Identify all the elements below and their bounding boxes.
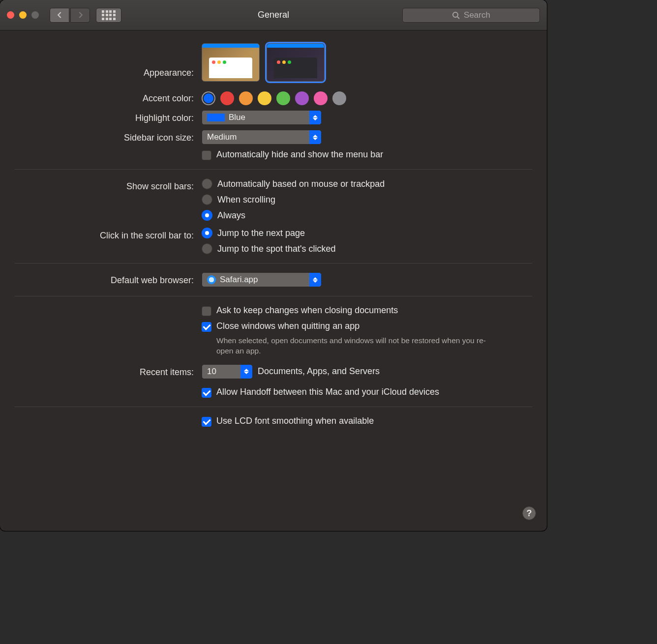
scroll-bars-option-label: Always (217, 210, 245, 221)
accent-swatch-green[interactable] (276, 91, 290, 105)
divider (15, 296, 532, 296)
scroll-bars-group: Automatically based on mouse or trackpad… (202, 178, 532, 221)
forward-button[interactable] (70, 8, 90, 23)
default-browser-value: Safari.app (220, 275, 258, 285)
appearance-light[interactable] (202, 43, 260, 82)
chevron-updown-icon (309, 130, 321, 144)
search-icon (452, 11, 460, 19)
handoff-label: Allow Handoff between this Mac and your … (216, 387, 439, 397)
scroll-bars-option-label: When scrolling (217, 195, 275, 205)
highlight-color-value: Blue (229, 113, 245, 122)
accent-swatch-graphite[interactable] (332, 91, 346, 105)
accent-swatch-purple[interactable] (295, 91, 309, 105)
traffic-lights (7, 11, 39, 19)
sidebar-icon-size-label: Sidebar icon size: (15, 130, 202, 145)
autohide-menubar-checkbox[interactable] (202, 150, 211, 160)
highlight-color-label: Highlight color: (15, 110, 202, 125)
recent-items-select[interactable]: 10 (202, 364, 253, 379)
scroll-bars-radio-0[interactable] (202, 178, 212, 189)
chevron-left-icon (57, 12, 63, 18)
click-scroll-radio-0[interactable] (202, 228, 212, 238)
highlight-color-select[interactable]: Blue (202, 110, 322, 125)
chevron-updown-icon (309, 111, 321, 124)
help-button[interactable]: ? (522, 506, 536, 520)
close-windows-label: Close windows when quitting an app (216, 321, 359, 331)
click-scroll-option-label: Jump to the spot that's clicked (217, 244, 336, 254)
content: Appearance: Accent color: Highl (0, 30, 547, 444)
safari-icon (207, 275, 216, 284)
scroll-bars-radio-1[interactable] (202, 194, 212, 205)
zoom-button[interactable] (31, 11, 39, 19)
ask-keep-changes-checkbox[interactable] (202, 306, 211, 316)
sidebar-icon-size-value: Medium (207, 132, 237, 142)
appearance-dark[interactable] (267, 43, 325, 82)
recent-items-suffix: Documents, Apps, and Servers (258, 366, 380, 377)
accent-swatch-orange[interactable] (239, 91, 253, 105)
click-scroll-radio-1[interactable] (202, 243, 212, 254)
back-button[interactable] (50, 8, 69, 23)
close-windows-description: When selected, open documents and window… (202, 336, 497, 356)
handoff-checkbox[interactable] (202, 388, 211, 398)
nav-group (50, 8, 90, 23)
search-placeholder: Search (464, 10, 490, 20)
minimize-button[interactable] (19, 11, 27, 19)
chevron-right-icon (77, 12, 84, 18)
accent-color-swatches (202, 90, 532, 105)
preferences-window: General Search Appearance: (0, 0, 547, 531)
scroll-bars-option-label: Automatically based on mouse or trackpad (217, 179, 385, 189)
lcd-smoothing-checkbox[interactable] (202, 417, 211, 427)
accent-swatch-yellow[interactable] (258, 91, 271, 105)
grid-icon (102, 10, 116, 20)
titlebar: General Search (0, 0, 547, 30)
accent-swatch-red[interactable] (220, 91, 234, 105)
ask-keep-changes-label: Ask to keep changes when closing documen… (216, 305, 398, 316)
scroll-bars-radio-2[interactable] (202, 210, 212, 221)
divider (15, 169, 532, 170)
accent-color-label: Accent color: (15, 90, 202, 105)
accent-swatch-blue[interactable] (202, 91, 215, 105)
close-windows-checkbox[interactable] (202, 322, 211, 332)
show-scroll-bars-label: Show scroll bars: (15, 178, 202, 221)
accent-swatch-pink[interactable] (314, 91, 328, 105)
svg-line-1 (457, 17, 459, 19)
show-all-button[interactable] (96, 8, 121, 23)
click-scroll-group: Jump to the next pageJump to the spot th… (202, 228, 532, 254)
chevron-updown-icon (240, 365, 252, 379)
sidebar-icon-size-select[interactable]: Medium (202, 130, 322, 145)
autohide-menubar-label: Automatically hide and show the menu bar (216, 149, 383, 160)
divider (15, 263, 532, 263)
appearance-label: Appearance: (15, 43, 202, 82)
search-input[interactable]: Search (402, 8, 540, 23)
color-chip (207, 114, 225, 121)
divider (15, 407, 532, 407)
close-button[interactable] (7, 11, 14, 19)
default-browser-label: Default web browser: (15, 272, 202, 287)
recent-items-label: Recent items: (15, 364, 202, 379)
chevron-updown-icon (309, 273, 321, 287)
lcd-smoothing-label: Use LCD font smoothing when available (216, 416, 374, 426)
svg-point-0 (453, 12, 458, 17)
click-scroll-option-label: Jump to the next page (217, 228, 305, 238)
default-browser-select[interactable]: Safari.app (202, 272, 322, 287)
click-scroll-bar-label: Click in the scroll bar to: (15, 228, 202, 254)
recent-items-value: 10 (207, 367, 216, 377)
